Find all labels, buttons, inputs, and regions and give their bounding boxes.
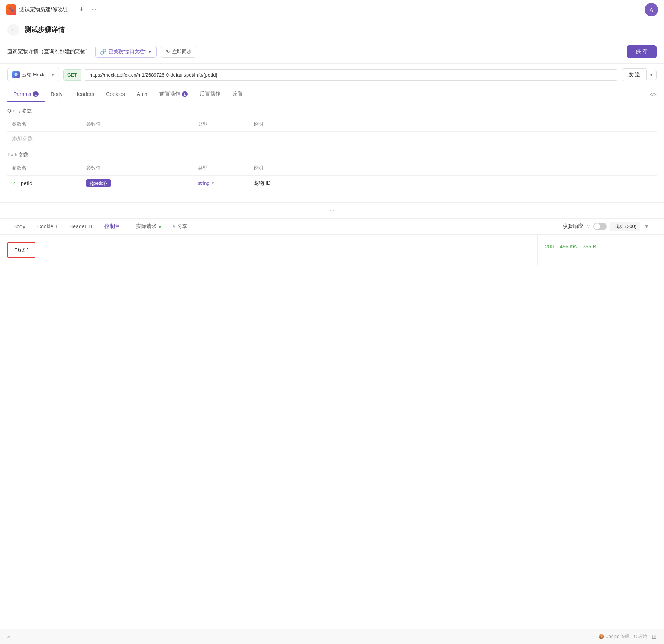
save-button[interactable]: 保 存	[627, 45, 657, 58]
tab-cookies[interactable]: Cookies	[100, 87, 131, 102]
path-col-name: 参数名	[7, 161, 82, 176]
back-button[interactable]: ←	[7, 24, 19, 36]
path-param-desc: 宠物 ID	[254, 180, 271, 186]
validate-response-area: 校验响应 ? 成功 (200) ▼	[563, 222, 657, 231]
tab-response-body[interactable]: Body	[7, 219, 31, 234]
path-param-value-tag[interactable]: {{petid}}	[86, 179, 111, 187]
tab-auth-label: Auth	[137, 91, 148, 97]
tab-body[interactable]: Body	[45, 87, 68, 102]
response-time: 456 ms	[560, 244, 577, 249]
tab-body-label: Body	[51, 91, 62, 97]
logo-icon: 🐾	[6, 4, 16, 15]
response-meta-panel: 200 456 ms 356 B	[538, 235, 664, 265]
share-icon: ⑂	[173, 224, 176, 229]
path-params-table: 参数名 参数值 类型 说明 ✓ petId {{petid}} string ▼	[7, 161, 657, 191]
send-button-group: 发 送 ▼	[622, 68, 657, 81]
query-params-title: Query 参数	[7, 102, 657, 117]
share-label: 分享	[177, 223, 187, 230]
send-chevron-button[interactable]: ▼	[646, 70, 657, 80]
tab-settings[interactable]: 设置	[226, 86, 249, 102]
sync-icon: ↻	[166, 49, 170, 55]
tab-pre-actions-label: 前置操作	[159, 91, 180, 97]
tab-response-body-label: Body	[13, 223, 25, 229]
bottom-panel: Body Cookie 1 Header 11 控制台 1 实际请求 ● ⑂ 分…	[0, 218, 664, 265]
tab-params[interactable]: Params 1	[7, 87, 45, 102]
path-param-type: string	[198, 180, 210, 186]
response-value: "62"	[7, 242, 35, 258]
code-toggle[interactable]: </>	[650, 91, 657, 97]
tab-response-header[interactable]: Header 11	[63, 219, 99, 234]
path-col-type: 类型	[193, 161, 249, 176]
response-status-code: 200	[545, 244, 554, 249]
path-param-name-cell: ✓ petId	[7, 176, 82, 191]
share-button[interactable]: ⑂ 分享	[170, 219, 190, 234]
path-param-row: ✓ petId {{petid}} string ▼ 宠物 ID	[7, 176, 657, 191]
query-add-row[interactable]: 添加参数	[7, 132, 657, 146]
tab-console[interactable]: 控制台 1	[99, 219, 130, 234]
top-bar: 🐾 测试宠物新建/修改/册 + ··· A	[0, 0, 664, 19]
query-params-table: 参数名 参数值 类型 说明 添加参数	[7, 117, 657, 146]
params-section: Query 参数 参数名 参数值 类型 说明 添加参数 Path 参数 参数名 …	[0, 102, 664, 191]
sub-header: ← 测试步骤详情	[0, 19, 664, 40]
collapse-button[interactable]: «	[7, 634, 10, 640]
path-col-value: 参数值	[82, 161, 193, 176]
env-name: 云端 Mock	[22, 71, 49, 78]
send-main-button[interactable]: 发 送	[622, 68, 646, 81]
tab-response-cookie[interactable]: Cookie 1	[31, 219, 63, 234]
linked-doc-button[interactable]: 🔗 已关联"接口文档" ▼	[95, 46, 157, 58]
grid-icon[interactable]: ⊞	[652, 633, 657, 640]
tab-auth[interactable]: Auth	[131, 87, 154, 102]
request-tabs: Params 1 Body Headers Cookies Auth 前置操作 …	[0, 86, 664, 102]
tab-actual-request[interactable]: 实际请求 ●	[130, 219, 167, 234]
tab-params-badge: 1	[33, 91, 39, 97]
page-title: 测试步骤详情	[25, 25, 65, 34]
bottom-bar-right: 🍪 Cookie 管理 C 环境 ⊞	[599, 633, 657, 640]
path-param-type-cell: string ▼	[193, 176, 249, 191]
app-title: 测试宠物新建/修改/册	[19, 6, 69, 13]
sync-button[interactable]: ↻ 立即同步	[161, 46, 196, 58]
response-size: 356 B	[583, 244, 596, 249]
tab-headers[interactable]: Headers	[68, 87, 100, 102]
console-badge: 1	[122, 224, 124, 229]
tab-console-label: 控制台	[104, 223, 120, 230]
path-col-desc: 说明	[249, 161, 657, 176]
path-params-title: Path 参数	[7, 146, 657, 161]
request-bar: 云 云端 Mock ▼ GET 发 送 ▼	[0, 64, 664, 86]
tab-post-actions[interactable]: 后置操作	[194, 86, 226, 102]
validate-help-icon[interactable]: ?	[587, 224, 590, 229]
response-body-panel: "62"	[0, 235, 538, 265]
panel-divider: ···	[0, 202, 664, 218]
header-badge: 11	[88, 224, 93, 229]
cookie-badge: 1	[55, 224, 58, 229]
top-bar-actions: + ···	[77, 4, 96, 15]
status-badge: 成功 (200)	[610, 222, 640, 231]
link-icon: 🔗	[100, 49, 106, 55]
tab-response-header-label: Header	[69, 223, 86, 229]
query-col-desc: 说明	[249, 117, 657, 132]
tab-pre-actions[interactable]: 前置操作 1	[154, 86, 194, 102]
tab-post-actions-label: 后置操作	[200, 91, 220, 97]
step-description: 查询宠物详情（查询刚刚建的宠物）	[7, 48, 91, 55]
expand-button[interactable]: ▼	[644, 223, 649, 229]
sync-label: 立即同步	[172, 48, 191, 55]
add-query-param[interactable]: 添加参数	[7, 132, 657, 146]
env-manager-label[interactable]: C 环境	[634, 634, 647, 640]
tab-actual-request-label: 实际请求	[136, 223, 157, 230]
bottom-bar: « 🍪 Cookie 管理 C 环境 ⊞	[0, 629, 664, 644]
env-icon: 云	[12, 71, 20, 78]
cookie-manager-label[interactable]: 🍪 Cookie 管理	[599, 634, 629, 640]
chevron-down-icon: ▼	[148, 50, 152, 54]
new-tab-button[interactable]: +	[77, 4, 87, 15]
tab-cookies-label: Cookies	[106, 91, 125, 97]
avatar[interactable]: A	[645, 3, 658, 16]
url-input[interactable]	[85, 69, 618, 81]
action-bar: 查询宠物详情（查询刚刚建的宠物） 🔗 已关联"接口文档" ▼ ↻ 立即同步 保 …	[0, 40, 664, 64]
type-chevron-icon: ▼	[211, 181, 215, 185]
linked-doc-label: 已关联"接口文档"	[109, 48, 146, 55]
environment-selector[interactable]: 云 云端 Mock ▼	[7, 68, 59, 81]
validate-toggle[interactable]	[593, 223, 607, 230]
http-method-badge: GET	[63, 69, 81, 81]
more-options-button[interactable]: ···	[91, 6, 96, 13]
response-tabs: Body Cookie 1 Header 11 控制台 1 实际请求 ● ⑂ 分…	[0, 219, 664, 235]
tab-pre-actions-badge: 1	[182, 91, 188, 97]
